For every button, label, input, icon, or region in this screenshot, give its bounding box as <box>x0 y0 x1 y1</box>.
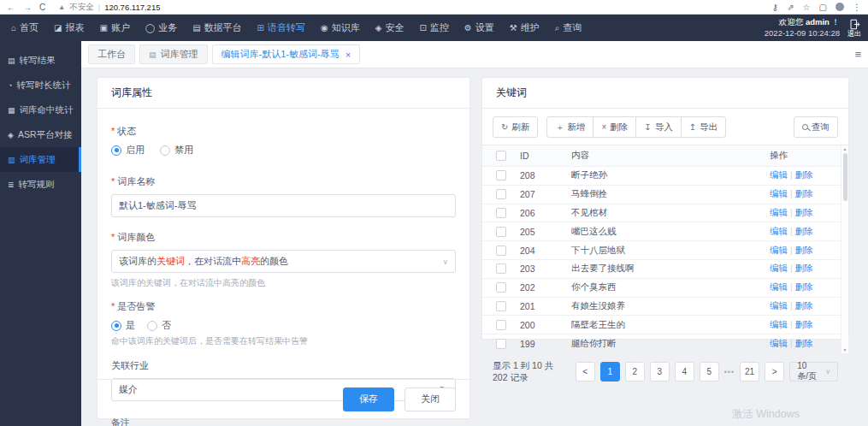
nav-item-reports[interactable]: ◪报表 <box>46 15 92 41</box>
page-button-2[interactable]: 2 <box>625 362 645 382</box>
sidebar-item-lexicon-hit-stats[interactable]: ▦词库命中统计 <box>0 98 81 122</box>
edit-link[interactable]: 编辑 <box>770 207 788 217</box>
tab-edit-lexicon[interactable]: 编辑词库-默认1-敏感词-辱骂× <box>212 44 361 64</box>
radio-alarm-yes[interactable]: 是 <box>111 319 135 332</box>
nav-item-monitoring[interactable]: ⊡监控 <box>411 15 456 41</box>
import-icon: ↧ <box>644 122 651 132</box>
row-checkbox[interactable] <box>496 246 506 256</box>
edit-link[interactable]: 编辑 <box>770 300 788 311</box>
table-header: ID 内容 操作 <box>482 145 848 167</box>
row-checkbox[interactable] <box>496 320 506 330</box>
page-button-5[interactable]: 5 <box>700 362 719 382</box>
nav-item-query[interactable]: ⌕查询 <box>547 15 590 41</box>
prev-page-button[interactable]: < <box>576 362 595 382</box>
edit-link[interactable]: 编辑 <box>770 188 788 198</box>
sidebar-item-transcription-rules[interactable]: ≣转写规则 <box>0 172 81 197</box>
delete-link[interactable]: 删除 <box>795 245 813 255</box>
share-icon[interactable]: ⇗ <box>787 3 794 12</box>
shield-icon: ◈ <box>375 23 382 33</box>
edit-link[interactable]: 编辑 <box>770 281 788 292</box>
key-icon[interactable]: ⚷ <box>772 3 778 12</box>
delete-link[interactable]: 删除 <box>795 207 813 217</box>
delete-link[interactable]: 删除 <box>795 338 813 348</box>
delete-link[interactable]: 删除 <box>795 319 813 329</box>
delete-link[interactable]: 删除 <box>795 188 813 198</box>
tab-lexicon-management[interactable]: ▤词库管理 <box>139 44 208 64</box>
address-bar[interactable]: ▲ 不安全 | 120.76.117.215 <box>58 2 160 13</box>
refresh-button[interactable]: ↻刷新 <box>493 116 538 138</box>
next-page-button[interactable]: > <box>765 362 784 382</box>
delete-link[interactable]: 删除 <box>795 300 813 311</box>
row-checkbox[interactable] <box>496 208 506 218</box>
form-footer: 保存 关闭 <box>97 379 469 418</box>
edit-link[interactable]: 编辑 <box>770 169 788 180</box>
scroll-up-icon[interactable]: ▲ <box>843 146 847 151</box>
nav-item-knowledge-base[interactable]: ◉知识库 <box>313 15 368 41</box>
profile-avatar[interactable] <box>836 3 844 11</box>
nav-item-business[interactable]: ◯业务 <box>138 15 185 41</box>
add-button[interactable]: ＋新增 <box>546 116 593 138</box>
row-checkbox[interactable] <box>496 227 506 237</box>
delete-button[interactable]: ×删除 <box>593 116 636 138</box>
tab-strip: 工作台 ▤词库管理 编辑词库-默认1-敏感词-辱骂× ≡ <box>81 41 868 68</box>
radio-enabled[interactable]: 启用 <box>111 144 145 157</box>
reload-icon[interactable]: C <box>39 3 45 12</box>
nav-item-maintenance[interactable]: ⚒维护 <box>502 15 547 41</box>
table-row: 201有娘生没娘养编辑|删除 <box>482 298 848 317</box>
row-checkbox[interactable] <box>496 282 506 293</box>
sidebar-item-lexicon-management[interactable]: ▥词库管理 <box>0 147 81 172</box>
lexicon-color-select[interactable]: 该词库的关键词，在对话流中高亮的颜色 ∨ <box>111 250 456 273</box>
page-size-select[interactable]: 10 条/页∨ <box>789 362 838 382</box>
delete-link[interactable]: 删除 <box>795 263 813 273</box>
row-checkbox[interactable] <box>496 263 506 274</box>
edit-link[interactable]: 编辑 <box>770 338 788 348</box>
radio-disabled[interactable]: 禁用 <box>160 144 193 157</box>
edit-link[interactable]: 编辑 <box>770 319 788 329</box>
delete-link[interactable]: 删除 <box>795 169 813 180</box>
nav-item-voice-transcription[interactable]: ⊞语音转写 <box>250 15 313 41</box>
grid-icon: ▤ <box>149 50 156 59</box>
row-checkbox[interactable] <box>496 301 506 311</box>
page-button-4[interactable]: 4 <box>675 362 694 382</box>
delete-link[interactable]: 删除 <box>795 226 813 236</box>
save-button[interactable]: 保存 <box>343 388 394 411</box>
nav-item-security[interactable]: ◈安全 <box>368 15 412 41</box>
page-button-3[interactable]: 3 <box>650 362 670 382</box>
nav-item-accounts[interactable]: ▣账户 <box>92 15 138 41</box>
scroll-down-icon[interactable]: ▼ <box>843 347 847 352</box>
search-button[interactable]: 查询 <box>794 116 838 138</box>
back-icon[interactable]: ← <box>7 3 15 12</box>
logout-button[interactable]: 退出 <box>847 19 861 38</box>
edit-link[interactable]: 编辑 <box>770 263 788 273</box>
nav-item-home[interactable]: ⌂首页 <box>3 15 46 41</box>
tab-workbench[interactable]: 工作台 <box>88 44 135 64</box>
page-button-21[interactable]: 21 <box>740 362 759 382</box>
plus-icon: ＋ <box>555 121 564 133</box>
row-checkbox[interactable] <box>496 339 506 349</box>
star-icon[interactable]: ☆ <box>803 3 811 12</box>
window-icon[interactable]: ▢ <box>819 3 827 12</box>
close-button[interactable]: 关闭 <box>404 388 456 411</box>
page-button-1[interactable]: 1 <box>600 362 620 382</box>
sidebar-item-duration-stats[interactable]: ◔转写时长统计 <box>0 73 81 98</box>
edit-link[interactable]: 编辑 <box>770 245 788 255</box>
sidebar-item-transcription-results[interactable]: ▤转写结果 <box>0 48 81 73</box>
row-checkbox[interactable] <box>496 189 506 199</box>
edit-link[interactable]: 编辑 <box>770 226 788 236</box>
import-button[interactable]: ↧导入 <box>635 116 681 138</box>
lexicon-name-input[interactable] <box>111 194 456 217</box>
select-all-checkbox[interactable] <box>496 151 506 161</box>
row-checkbox[interactable] <box>496 170 506 180</box>
forward-icon[interactable]: → <box>23 3 32 12</box>
scrollbar-thumb[interactable] <box>843 153 847 201</box>
radio-alarm-no[interactable]: 否 <box>147 319 171 332</box>
table-scrollbar[interactable]: ▲ ▼ <box>841 145 848 353</box>
more-menu-icon[interactable]: ⋮ <box>853 3 861 12</box>
nav-item-data-platform[interactable]: ▤数据平台 <box>185 15 249 41</box>
close-icon[interactable]: × <box>345 50 351 60</box>
export-button[interactable]: ↥导出 <box>681 116 726 138</box>
sidebar-item-asr-platform[interactable]: ◈ASR平台对接 <box>0 122 81 147</box>
delete-link[interactable]: 删除 <box>795 281 813 292</box>
nav-item-settings[interactable]: ⚙设置 <box>457 15 502 41</box>
tab-menu-icon[interactable]: ≡ <box>854 48 861 61</box>
